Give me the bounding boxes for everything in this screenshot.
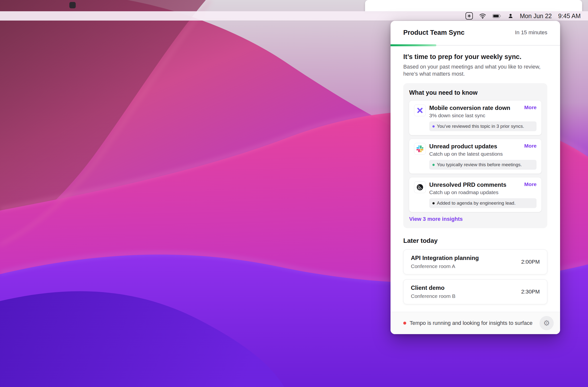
event-title: API Integration planning: [411, 254, 479, 261]
more-link[interactable]: More: [524, 143, 537, 149]
insight-card-prd-comments: Unresolved PRD comments Catch up on road…: [409, 177, 542, 212]
insight-badge: Added to agenda by engineering lead.: [429, 198, 537, 208]
recording-dot-icon: [403, 322, 406, 325]
insight-card-product-updates: Unread product updates Catch up on the l…: [409, 139, 542, 174]
tempo-status: Tempo is running and looking for insight…: [403, 320, 532, 326]
settings-button[interactable]: ⚙: [540, 316, 554, 330]
insight-badge: You’ve reviewed this topic in 3 prior sy…: [429, 121, 537, 131]
intro-body: Based on your past meetings and what you…: [403, 63, 544, 77]
insight-subtitle: Catch up on the latest questions: [429, 151, 503, 157]
event-card-client-demo[interactable]: Client demo Conference room B 2:30PM: [403, 279, 547, 304]
more-link[interactable]: More: [524, 181, 537, 187]
insight-card-mobile-conversion: Mobile conversion rate down 3% down sinc…: [409, 101, 542, 135]
more-link[interactable]: More: [524, 104, 537, 110]
menu-bar: Mon Jun 22 9:45 AM: [0, 11, 588, 20]
insight-content: Unread product updates Catch up on the l…: [429, 143, 537, 170]
status-text: Tempo is running and looking for insight…: [410, 320, 532, 326]
gear-icon: ⚙: [544, 319, 550, 327]
asterisk-icon[interactable]: [465, 12, 473, 19]
badge-text: You typically review this before meeting…: [437, 162, 522, 167]
meeting-countdown: In 15 minutes: [515, 29, 547, 36]
insight-title: Unresolved PRD comments: [429, 181, 506, 188]
event-title: Client demo: [411, 284, 456, 291]
slack-icon: [414, 143, 426, 155]
panel-body: It’s time to prep for your weekly sync. …: [391, 46, 560, 312]
event-location: Conference room A: [411, 263, 479, 269]
later-today-heading: Later today: [403, 237, 547, 245]
battery-icon[interactable]: [492, 14, 501, 18]
insights-title: What you need to know: [409, 89, 542, 96]
meeting-title: Product Team Sync: [403, 29, 464, 37]
intro-heading: It’s time to prep for your weekly sync.: [403, 53, 547, 61]
panel-header: Product Team Sync In 15 minutes: [391, 21, 560, 44]
insight-title: Unread product updates: [429, 143, 503, 150]
progress-fill: [391, 44, 436, 46]
badge-dot: [432, 125, 435, 128]
insight-title: Mobile conversion rate down: [429, 104, 510, 111]
insight-subtitle: Catch up on roadmap updates: [429, 190, 506, 195]
badge-text: Added to agenda by engineering lead.: [437, 200, 515, 206]
event-time: 2:00PM: [521, 259, 540, 265]
view-more-insights-link[interactable]: View 3 more insights: [409, 216, 542, 222]
badge-text: You’ve reviewed this topic in 3 prior sy…: [437, 124, 524, 129]
countdown-progress-bar: [391, 44, 560, 46]
background-window-fragment: [365, 0, 582, 11]
insights-section: What you need to know Mobile conversion …: [403, 83, 547, 228]
mixpanel-icon: [414, 104, 426, 116]
event-location: Conference room B: [411, 293, 456, 299]
event-card-api-planning[interactable]: API Integration planning Conference room…: [403, 250, 547, 274]
badge-dot: [432, 202, 435, 204]
background-window-artifact: [69, 2, 76, 8]
insight-content: Unresolved PRD comments Catch up on road…: [429, 181, 537, 208]
insight-badge: You typically review this before meeting…: [429, 160, 537, 170]
event-time: 2:30PM: [521, 289, 540, 295]
user-icon[interactable]: [508, 13, 514, 19]
panel-footer: Tempo is running and looking for insight…: [391, 312, 560, 334]
menu-bar-date[interactable]: Mon Jun 22: [520, 13, 552, 19]
badge-dot: [432, 164, 435, 166]
wifi-icon[interactable]: [479, 13, 486, 19]
tempo-assistant-panel: Product Team Sync In 15 minutes It’s tim…: [391, 21, 560, 334]
menu-bar-clock[interactable]: 9:45 AM: [558, 13, 581, 19]
linear-icon: [414, 181, 426, 193]
insight-content: Mobile conversion rate down 3% down sinc…: [429, 104, 537, 131]
insight-subtitle: 3% down since last sync: [429, 113, 510, 118]
